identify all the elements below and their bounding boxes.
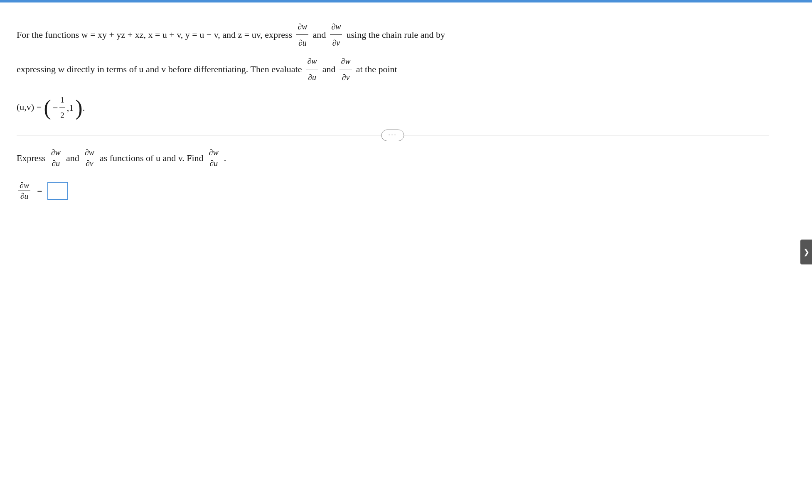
left-paren: ( xyxy=(44,97,51,119)
numerator-dw-1: ∂w xyxy=(296,19,308,35)
problem-line3: (u,v) = ( − 1 2 ,1 ) . xyxy=(17,93,769,122)
find-den-du: ∂u xyxy=(208,158,219,168)
express-den-du: ∂u xyxy=(50,158,61,168)
right-paren: ) xyxy=(75,97,82,119)
and1-text: and xyxy=(312,27,326,43)
fraction-dw-du-express: ∂w ∂u xyxy=(50,148,62,168)
denominator-du-1: ∂u xyxy=(297,35,308,50)
express-period: . xyxy=(224,153,226,164)
problem-line2: expressing w directly in terms of u and … xyxy=(17,54,769,85)
express-line: Express ∂w ∂u and ∂w ∂v as functions of … xyxy=(17,148,769,168)
divider-line-left xyxy=(17,135,393,135)
numerator-dw-4: ∂w xyxy=(340,54,352,69)
line1-post-text: using the chain rule and by xyxy=(346,27,445,43)
express-den-dv: ∂v xyxy=(84,158,95,168)
answer-input-box[interactable] xyxy=(47,182,68,200)
answer-lhs-top: ∂w xyxy=(18,181,30,191)
numerator-dw-2: ∂w xyxy=(330,19,342,35)
denominator-du-2: ∂u xyxy=(307,69,317,85)
point-label: (u,v) = xyxy=(17,102,42,112)
right-arrow-icon: ❯ xyxy=(803,247,810,257)
find-num-dw: ∂w xyxy=(208,148,220,158)
answer-lhs-bot: ∂u xyxy=(19,191,30,201)
fraction-dw-dv-1: ∂w ∂v xyxy=(330,19,342,50)
fraction-dw-dv-express: ∂w ∂v xyxy=(84,148,96,168)
express-num-dw2: ∂w xyxy=(84,148,96,158)
main-content: For the functions w = xy + yz + xz, x = … xyxy=(0,2,790,218)
as-functions-text: as functions of u and v. Find xyxy=(100,153,204,164)
divider-section: ··· xyxy=(17,135,769,135)
express-num-dw: ∂w xyxy=(50,148,62,158)
denominator-dv-2: ∂v xyxy=(341,69,351,85)
answer-input-line: ∂w ∂u = xyxy=(17,181,769,201)
line1-pre-text: For the functions w = xy + yz + xz, x = … xyxy=(17,27,292,43)
fraction-dw-du-find: ∂w ∂u xyxy=(208,148,220,168)
express-text: Express xyxy=(17,153,46,164)
right-arrow-tab[interactable]: ❯ xyxy=(800,240,812,264)
answer-fraction-lhs: ∂w ∂u xyxy=(18,181,30,201)
problem-statement: For the functions w = xy + yz + xz, x = … xyxy=(17,19,769,122)
and2-text: and xyxy=(322,61,336,78)
express-and-text: and xyxy=(66,153,79,164)
half-numerator: 1 xyxy=(59,93,65,108)
trailing-period: . xyxy=(83,100,85,116)
divider-dots: ··· xyxy=(381,130,404,141)
equals-sign: = xyxy=(37,186,42,196)
minus-sign: − xyxy=(53,100,58,116)
problem-line1: For the functions w = xy + yz + xz, x = … xyxy=(17,19,769,50)
line2-pre-text: expressing w directly in terms of u and … xyxy=(17,61,302,78)
divider-line-right xyxy=(393,135,769,135)
fraction-dw-du-2: ∂w ∂u xyxy=(306,54,318,85)
comma-one: ,1 xyxy=(67,100,74,116)
half-fraction: 1 2 xyxy=(59,93,65,122)
numerator-dw-3: ∂w xyxy=(306,54,318,69)
answer-section: Express ∂w ∂u and ∂w ∂v as functions of … xyxy=(17,148,769,201)
half-denominator: 2 xyxy=(59,108,65,122)
fraction-dw-du-1: ∂w ∂u xyxy=(296,19,308,50)
fraction-dw-dv-2: ∂w ∂v xyxy=(340,54,352,85)
denominator-dv-1: ∂v xyxy=(331,35,341,50)
line2-post-text: at the point xyxy=(356,61,397,78)
